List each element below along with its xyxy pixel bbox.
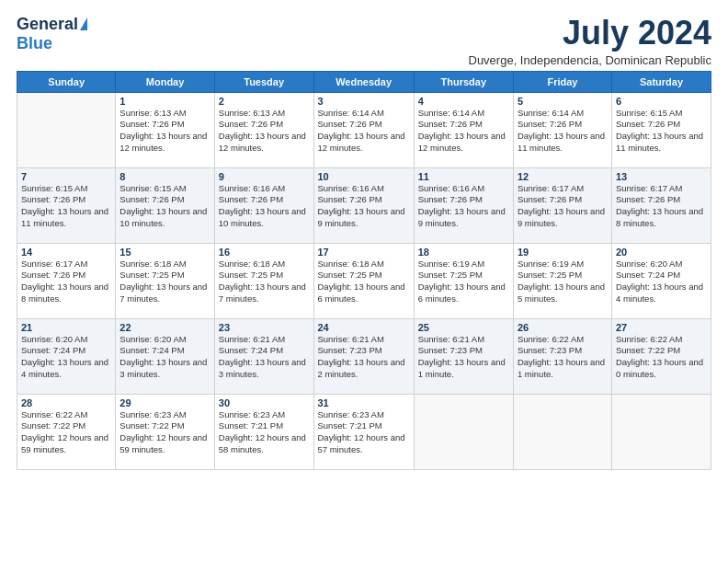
day-info: Sunrise: 6:16 AM Sunset: 7:26 PM Dayligh… — [418, 183, 509, 230]
calendar-week-row: 21Sunrise: 6:20 AM Sunset: 7:24 PM Dayli… — [17, 318, 711, 394]
day-info: Sunrise: 6:13 AM Sunset: 7:26 PM Dayligh… — [119, 108, 210, 155]
day-info: Sunrise: 6:15 AM Sunset: 7:26 PM Dayligh… — [616, 108, 707, 155]
table-row: 3Sunrise: 6:14 AM Sunset: 7:26 PM Daylig… — [313, 92, 414, 167]
day-number: 11 — [418, 171, 509, 182]
day-info: Sunrise: 6:16 AM Sunset: 7:26 PM Dayligh… — [318, 183, 410, 230]
day-number: 14 — [21, 247, 111, 258]
day-number: 9 — [219, 171, 310, 182]
table-row: 5Sunrise: 6:14 AM Sunset: 7:26 PM Daylig… — [513, 92, 611, 167]
day-info: Sunrise: 6:19 AM Sunset: 7:25 PM Dayligh… — [518, 259, 608, 305]
day-number: 10 — [318, 171, 410, 182]
col-tuesday: Tuesday — [214, 71, 313, 92]
table-row: 11Sunrise: 6:16 AM Sunset: 7:26 PM Dayli… — [414, 167, 513, 243]
table-row: 14Sunrise: 6:17 AM Sunset: 7:26 PM Dayli… — [17, 243, 116, 318]
logo: General Blue — [17, 15, 87, 53]
location-subtitle: Duverge, Independencia, Dominican Republ… — [469, 53, 712, 67]
day-number: 24 — [318, 322, 410, 333]
day-info: Sunrise: 6:15 AM Sunset: 7:26 PM Dayligh… — [119, 183, 210, 230]
day-info: Sunrise: 6:21 AM Sunset: 7:23 PM Dayligh… — [318, 334, 410, 381]
day-number: 5 — [518, 96, 608, 107]
calendar-week-row: 14Sunrise: 6:17 AM Sunset: 7:26 PM Dayli… — [17, 243, 711, 318]
day-info: Sunrise: 6:21 AM Sunset: 7:23 PM Dayligh… — [418, 334, 509, 381]
table-row — [513, 394, 611, 469]
day-number: 1 — [119, 96, 210, 107]
table-row: 4Sunrise: 6:14 AM Sunset: 7:26 PM Daylig… — [414, 92, 513, 167]
table-row: 7Sunrise: 6:15 AM Sunset: 7:26 PM Daylig… — [17, 167, 116, 243]
table-row: 28Sunrise: 6:22 AM Sunset: 7:22 PM Dayli… — [17, 394, 116, 469]
day-info: Sunrise: 6:17 AM Sunset: 7:26 PM Dayligh… — [518, 183, 608, 230]
day-info: Sunrise: 6:21 AM Sunset: 7:24 PM Dayligh… — [219, 334, 310, 381]
table-row: 20Sunrise: 6:20 AM Sunset: 7:24 PM Dayli… — [611, 243, 711, 318]
col-wednesday: Wednesday — [313, 71, 414, 92]
table-row: 8Sunrise: 6:15 AM Sunset: 7:26 PM Daylig… — [116, 167, 214, 243]
day-info: Sunrise: 6:22 AM Sunset: 7:22 PM Dayligh… — [21, 409, 111, 456]
header: General Blue July 2024 Duverge, Independ… — [17, 15, 711, 67]
day-number: 19 — [518, 247, 608, 258]
day-number: 29 — [119, 397, 210, 408]
table-row: 15Sunrise: 6:18 AM Sunset: 7:25 PM Dayli… — [116, 243, 214, 318]
table-row — [414, 394, 513, 469]
day-number: 17 — [318, 247, 410, 258]
day-number: 21 — [21, 322, 111, 333]
day-number: 13 — [616, 171, 707, 182]
logo-general-text: General — [17, 15, 78, 34]
table-row: 13Sunrise: 6:17 AM Sunset: 7:26 PM Dayli… — [611, 167, 711, 243]
day-number: 23 — [219, 322, 310, 333]
calendar-header-row: Sunday Monday Tuesday Wednesday Thursday… — [17, 71, 711, 92]
calendar-week-row: 1Sunrise: 6:13 AM Sunset: 7:26 PM Daylig… — [17, 92, 711, 167]
day-number: 18 — [418, 247, 509, 258]
day-info: Sunrise: 6:14 AM Sunset: 7:26 PM Dayligh… — [318, 108, 410, 155]
day-info: Sunrise: 6:20 AM Sunset: 7:24 PM Dayligh… — [119, 334, 210, 381]
logo-blue-text: Blue — [17, 34, 52, 53]
table-row: 22Sunrise: 6:20 AM Sunset: 7:24 PM Dayli… — [116, 318, 214, 394]
day-number: 6 — [616, 96, 707, 107]
day-number: 22 — [119, 322, 210, 333]
col-monday: Monday — [116, 71, 214, 92]
table-row: 24Sunrise: 6:21 AM Sunset: 7:23 PM Dayli… — [313, 318, 414, 394]
table-row: 16Sunrise: 6:18 AM Sunset: 7:25 PM Dayli… — [214, 243, 313, 318]
day-info: Sunrise: 6:18 AM Sunset: 7:25 PM Dayligh… — [318, 259, 410, 305]
table-row: 23Sunrise: 6:21 AM Sunset: 7:24 PM Dayli… — [214, 318, 313, 394]
logo-triangle-icon — [80, 17, 87, 30]
day-number: 30 — [219, 397, 310, 408]
day-info: Sunrise: 6:14 AM Sunset: 7:26 PM Dayligh… — [518, 108, 608, 155]
calendar-week-row: 7Sunrise: 6:15 AM Sunset: 7:26 PM Daylig… — [17, 167, 711, 243]
day-number: 31 — [318, 397, 410, 408]
day-info: Sunrise: 6:20 AM Sunset: 7:24 PM Dayligh… — [21, 334, 111, 381]
day-info: Sunrise: 6:23 AM Sunset: 7:21 PM Dayligh… — [219, 409, 310, 456]
table-row: 18Sunrise: 6:19 AM Sunset: 7:25 PM Dayli… — [414, 243, 513, 318]
table-row: 17Sunrise: 6:18 AM Sunset: 7:25 PM Dayli… — [313, 243, 414, 318]
table-row: 29Sunrise: 6:23 AM Sunset: 7:22 PM Dayli… — [116, 394, 214, 469]
table-row: 6Sunrise: 6:15 AM Sunset: 7:26 PM Daylig… — [611, 92, 711, 167]
day-number: 3 — [318, 96, 410, 107]
day-info: Sunrise: 6:17 AM Sunset: 7:26 PM Dayligh… — [616, 183, 707, 230]
day-number: 25 — [418, 322, 509, 333]
table-row: 21Sunrise: 6:20 AM Sunset: 7:24 PM Dayli… — [17, 318, 116, 394]
table-row: 2Sunrise: 6:13 AM Sunset: 7:26 PM Daylig… — [214, 92, 313, 167]
table-row: 27Sunrise: 6:22 AM Sunset: 7:22 PM Dayli… — [611, 318, 711, 394]
day-number: 2 — [219, 96, 310, 107]
day-number: 4 — [418, 96, 509, 107]
table-row: 25Sunrise: 6:21 AM Sunset: 7:23 PM Dayli… — [414, 318, 513, 394]
day-info: Sunrise: 6:18 AM Sunset: 7:25 PM Dayligh… — [119, 259, 210, 305]
day-info: Sunrise: 6:23 AM Sunset: 7:21 PM Dayligh… — [318, 409, 410, 456]
table-row: 30Sunrise: 6:23 AM Sunset: 7:21 PM Dayli… — [214, 394, 313, 469]
table-row — [611, 394, 711, 469]
title-block: July 2024 Duverge, Independencia, Domini… — [469, 15, 712, 67]
month-title: July 2024 — [469, 15, 712, 52]
table-row — [17, 92, 116, 167]
table-row: 19Sunrise: 6:19 AM Sunset: 7:25 PM Dayli… — [513, 243, 611, 318]
table-row: 10Sunrise: 6:16 AM Sunset: 7:26 PM Dayli… — [313, 167, 414, 243]
day-number: 20 — [616, 247, 707, 258]
day-info: Sunrise: 6:15 AM Sunset: 7:26 PM Dayligh… — [21, 183, 111, 230]
col-saturday: Saturday — [611, 71, 711, 92]
day-number: 27 — [616, 322, 707, 333]
calendar-table: Sunday Monday Tuesday Wednesday Thursday… — [17, 71, 711, 470]
day-number: 15 — [119, 247, 210, 258]
day-number: 7 — [21, 171, 111, 182]
day-number: 26 — [518, 322, 608, 333]
day-number: 12 — [518, 171, 608, 182]
day-info: Sunrise: 6:23 AM Sunset: 7:22 PM Dayligh… — [119, 409, 210, 456]
day-number: 16 — [219, 247, 310, 258]
col-friday: Friday — [513, 71, 611, 92]
